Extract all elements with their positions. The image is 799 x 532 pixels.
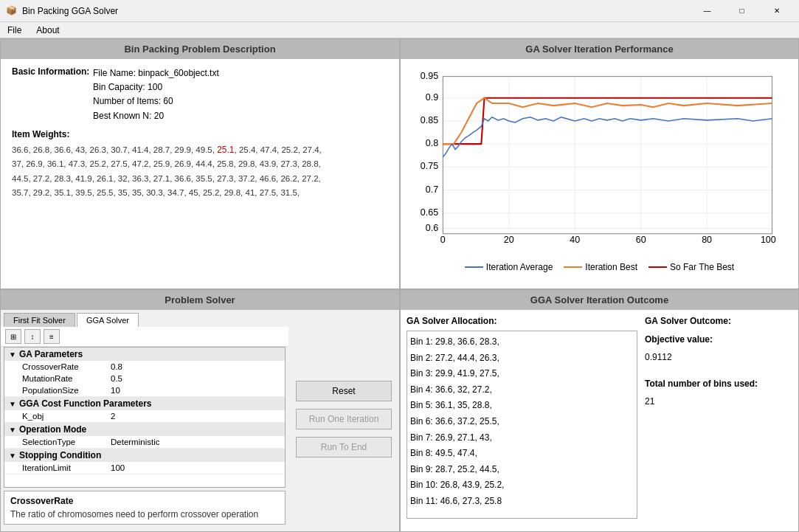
svg-text:80: 80 <box>702 235 712 245</box>
objective-label: Objective value: <box>645 331 792 348</box>
list-item: Bin 3: 29.9, 41.9, 27.5, <box>410 366 634 382</box>
total-bins-label: Total number of bins used: <box>645 375 792 393</box>
basic-info-label: Basic Information: <box>12 66 93 123</box>
description-header: Bin Packing Problem Description <box>1 39 399 59</box>
outcome-values: Objective value: 0.9112 Total number of … <box>645 331 792 410</box>
toolbar-btn-1[interactable]: ⊞ <box>5 329 21 344</box>
file-name: File Name: binpack_60object.txt <box>93 66 219 80</box>
tab-first-fit[interactable]: First Fit Solver <box>4 313 75 327</box>
description-panel: Bin Packing Problem Description Basic In… <box>0 38 400 289</box>
op-mode-group: ▼ Operation Mode SelectionType Determini… <box>4 423 285 449</box>
kobj-name: K_obj <box>22 412 111 421</box>
allocation-section: GA Solver Allocation: Bin 1: 29.8, 36.6,… <box>407 316 637 522</box>
toolbar-btn-3[interactable]: ≡ <box>44 329 60 344</box>
list-item: Bin 7: 26.9, 27.1, 43, <box>410 430 634 446</box>
svg-text:0.9: 0.9 <box>426 92 438 103</box>
solver-left: First Fit Solver GGA Solver ⊞ ↕ ≡ ▼ GA P… <box>1 310 288 528</box>
selection-type-row: SelectionType Deterministic <box>4 436 285 448</box>
svg-text:0.65: 0.65 <box>421 207 438 218</box>
solver-panel: Problem Solver First Fit Solver GGA Solv… <box>0 289 400 532</box>
selection-type-value: Deterministic <box>111 438 159 446</box>
svg-text:60: 60 <box>636 235 646 245</box>
item-weights-label: Item Weights: <box>12 129 388 139</box>
svg-text:0.8: 0.8 <box>426 138 438 148</box>
svg-text:0.7: 0.7 <box>426 184 438 195</box>
title-bar: 📦 Bin Packing GGA Solver — □ ✕ <box>0 0 799 22</box>
crossover-rate-value: 0.8 <box>111 362 122 371</box>
outcome-section-label: GA Solver Outcome: <box>645 316 792 326</box>
app-icon: 📦 <box>6 5 18 17</box>
item-weights-text: 36.6, 26.8, 36.6, 43, 26.3, 30.7, 41.4, … <box>12 142 388 201</box>
solver-actions: Reset Run One Iteration Run To End <box>288 310 399 528</box>
population-size-name: PopulationSize <box>22 386 111 395</box>
outcome-panel: GGA Solver Iteration Outcome GA Solver A… <box>400 289 799 532</box>
list-item: Bin 10: 26.8, 43.9, 25.2, <box>410 477 634 494</box>
main-content: Bin Packing Problem Description Basic In… <box>0 38 799 532</box>
toolbar-btn-2[interactable]: ↕ <box>24 329 41 344</box>
stop-condition-header[interactable]: ▼ Stopping Condition <box>4 449 285 462</box>
legend-so-far-best: So Far The Best <box>648 262 734 272</box>
svg-text:0: 0 <box>440 235 446 245</box>
chart-legend: Iteration Average Iteration Best So Far … <box>407 262 792 272</box>
legend-average-label: Iteration Average <box>486 262 553 272</box>
close-button[interactable]: ✕ <box>760 4 793 18</box>
cost-params-arrow: ▼ <box>9 400 16 408</box>
svg-text:20: 20 <box>504 235 514 245</box>
list-item: Bin 5: 36.1, 35, 28.8, <box>410 398 634 414</box>
reset-button[interactable]: Reset <box>296 381 392 401</box>
menu-about[interactable]: About <box>29 22 66 38</box>
basic-info-values: File Name: binpack_60object.txt Bin Capa… <box>93 66 219 123</box>
stop-condition-arrow: ▼ <box>9 452 16 460</box>
stop-condition-label: Stopping Condition <box>19 450 101 460</box>
chart-svg: 0.95 0.9 0.85 0.8 0.75 0.7 0.65 0.6 0 20… <box>407 65 792 257</box>
op-mode-arrow: ▼ <box>9 426 16 434</box>
bin-capacity: Bin Capacity: 100 <box>93 80 219 94</box>
chart-area: 0.95 0.9 0.85 0.8 0.75 0.7 0.65 0.6 0 20… <box>401 59 798 286</box>
menu-bar: File About <box>0 22 799 38</box>
title-bar-controls: — □ ✕ <box>691 4 793 18</box>
legend-sofar-label: So Far The Best <box>670 262 734 272</box>
svg-text:0.75: 0.75 <box>421 161 438 171</box>
ga-params-group: ▼ GA Parameters CrossoverRate 0.8 Mutati… <box>4 348 285 397</box>
svg-text:40: 40 <box>570 235 580 245</box>
basic-info: Basic Information: File Name: binpack_60… <box>12 66 388 123</box>
list-item: Bin 11: 46.6, 27.3, 25.8 <box>410 494 634 510</box>
list-item: Bin 2: 27.2, 44.4, 26.3, <box>410 350 634 367</box>
title-bar-text: Bin Packing GGA Solver <box>22 6 691 16</box>
solver-toolbar: ⊞ ↕ ≡ <box>1 327 288 347</box>
mutation-rate-name: MutationRate <box>22 374 111 383</box>
objective-value: 0.9112 <box>645 348 792 366</box>
population-size-row: PopulationSize 10 <box>4 384 285 396</box>
mutation-rate-row: MutationRate 0.5 <box>4 373 285 384</box>
minimize-button[interactable]: — <box>691 4 724 18</box>
solver-header: Problem Solver <box>1 290 399 310</box>
list-item: Bin 9: 28.7, 25.2, 44.5, <box>410 462 634 478</box>
cost-params-label: GGA Cost Function Parameters <box>19 398 152 409</box>
ga-params-header[interactable]: ▼ GA Parameters <box>4 348 285 361</box>
svg-text:0.6: 0.6 <box>426 223 438 233</box>
svg-text:100: 100 <box>761 235 776 245</box>
run-one-iteration-button[interactable]: Run One Iteration <box>296 409 392 429</box>
list-item: Bin 1: 29.8, 36.6, 28.3, <box>410 334 634 350</box>
svg-text:0.95: 0.95 <box>421 71 438 81</box>
chart-panel: GA Solver Iteration Performance 0.95 0.9… <box>400 38 799 289</box>
run-to-end-button[interactable]: Run To End <box>296 437 392 457</box>
menu-file[interactable]: File <box>0 22 29 38</box>
svg-text:0.85: 0.85 <box>421 115 438 125</box>
allocation-label: GA Solver Allocation: <box>407 316 637 326</box>
total-bins-value: 21 <box>645 393 792 410</box>
list-item: Bin 8: 49.5, 47.4, <box>410 446 634 462</box>
svg-rect-28 <box>443 77 772 234</box>
list-item: Bin 4: 36.6, 32, 27.2, <box>410 382 634 398</box>
cost-params-header[interactable]: ▼ GGA Cost Function Parameters <box>4 397 285 410</box>
ga-params-arrow: ▼ <box>9 350 16 359</box>
info-box-text: The ratio of chromosomes need to perform… <box>10 509 279 519</box>
legend-iteration-best: Iteration Best <box>564 262 637 272</box>
tab-gga-solver[interactable]: GGA Solver <box>77 313 139 328</box>
legend-iteration-average: Iteration Average <box>465 262 553 272</box>
op-mode-label: Operation Mode <box>19 424 86 435</box>
op-mode-header[interactable]: ▼ Operation Mode <box>4 423 285 436</box>
allocation-list[interactable]: Bin 1: 29.8, 36.6, 28.3, Bin 2: 27.2, 44… <box>407 331 637 519</box>
maximize-button[interactable]: □ <box>725 4 758 18</box>
tab-container: First Fit Solver GGA Solver <box>1 310 288 327</box>
